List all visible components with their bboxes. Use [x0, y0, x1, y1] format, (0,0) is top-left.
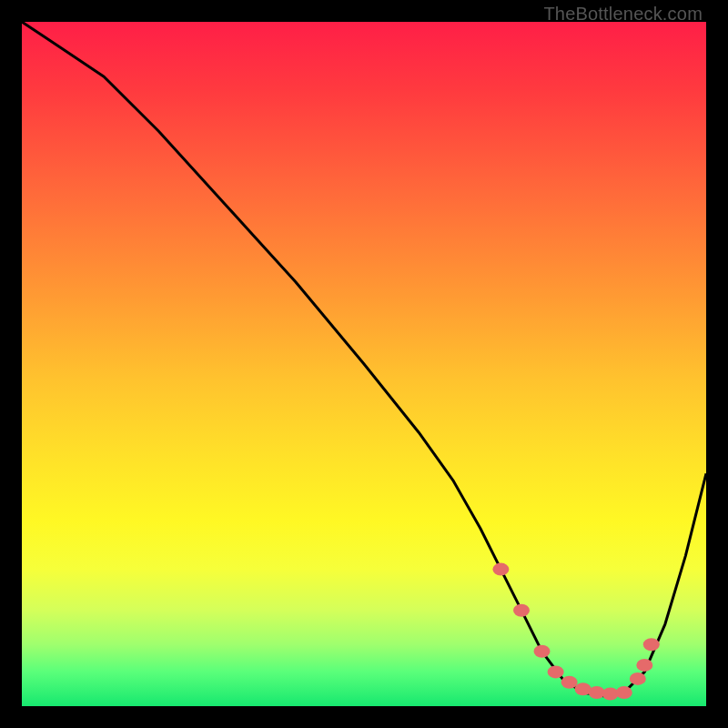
curve-marker — [534, 645, 551, 658]
curve-marker — [492, 563, 509, 576]
chart-svg — [22, 22, 706, 706]
curve-marker — [616, 686, 632, 699]
curve-marker — [636, 659, 652, 672]
curve-marker — [561, 676, 578, 689]
curve-marker — [548, 665, 564, 678]
marker-group — [492, 563, 659, 701]
curve-marker — [513, 604, 530, 617]
chart-frame — [22, 22, 706, 706]
curve-marker — [643, 638, 660, 651]
bottleneck-curve — [22, 22, 706, 696]
watermark-text: TheBottleneck.com — [543, 4, 703, 25]
curve-marker — [602, 688, 619, 701]
curve-marker — [630, 672, 646, 685]
